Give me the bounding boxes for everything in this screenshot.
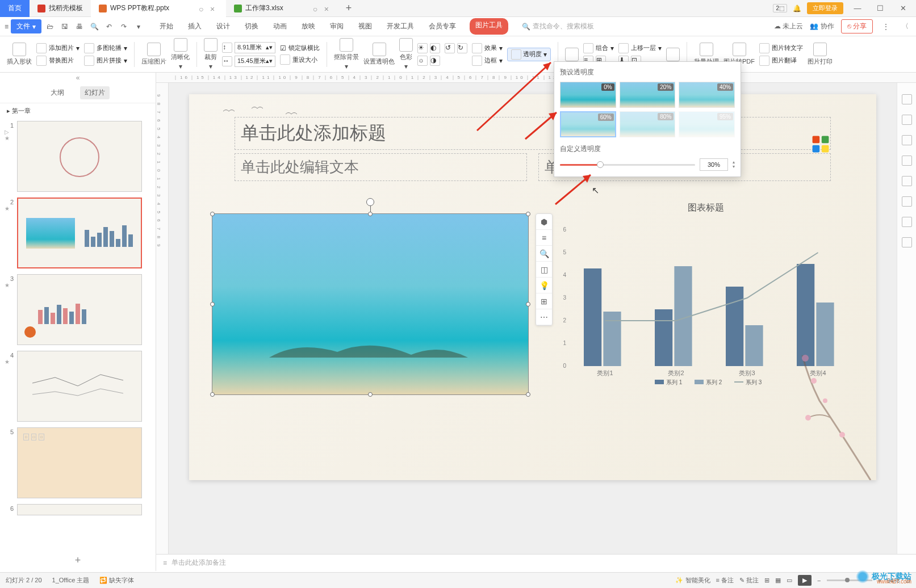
chapter-label[interactable]: ▸ 第一章 [0, 103, 156, 119]
thumb-6[interactable]: 6 [5, 504, 151, 515]
menu-icon[interactable]: ≡ [5, 23, 9, 31]
sharpen-button[interactable]: 清晰化▾ [171, 38, 190, 70]
rt-style-icon[interactable] [902, 94, 912, 104]
coop-button[interactable]: 👥 协作 [810, 22, 834, 31]
float-fill-icon[interactable]: ⬢ [536, 214, 552, 230]
reset-size-button[interactable]: 重设大小 [280, 54, 320, 65]
cloud-status[interactable]: ☁ 未上云 [774, 22, 803, 31]
resize-handle-sw[interactable] [210, 392, 215, 397]
width-input[interactable]: 15.45厘米▴▾ [235, 56, 275, 67]
view-sorter-icon[interactable]: ▦ [775, 577, 781, 584]
thumb-4[interactable]: 4★ [5, 351, 151, 422]
menu-design[interactable]: 设计 [215, 18, 231, 35]
undo-icon[interactable]: ↶ [103, 20, 115, 33]
preset-20[interactable]: 20% [620, 82, 676, 108]
pic-translate-button[interactable]: 图片翻译 [759, 56, 803, 66]
share-button[interactable]: ⎋ 分享 [841, 19, 873, 33]
minimize-button[interactable]: — [849, 4, 866, 12]
move-up-button[interactable]: 上移一层▾ [618, 43, 662, 53]
redo-icon[interactable]: ↷ [118, 20, 130, 33]
float-zoom-icon[interactable]: 🔍 [536, 246, 552, 262]
missing-font[interactable]: 🔁 缺失字体 [99, 576, 134, 585]
float-ai-icon[interactable]: ⊞ [536, 293, 552, 309]
pic-to-text-button[interactable]: 图片转文字 [759, 43, 803, 53]
rt-animation-icon[interactable] [902, 115, 912, 125]
insert-shape-button[interactable]: 插入形状 [7, 43, 32, 66]
smart-beauty-button[interactable]: ✨ 智能美化 [675, 576, 710, 585]
rt-material-icon[interactable] [902, 176, 912, 186]
contrast-icon[interactable]: ◐ [430, 43, 440, 53]
resize-handle-n[interactable] [368, 212, 373, 216]
rt-tool-icon[interactable] [902, 196, 912, 207]
add-tab-button[interactable]: + [340, 2, 358, 14]
thumb-5[interactable]: 5 □□□ [5, 427, 151, 498]
pic-print-button[interactable]: 图片打印 [808, 43, 833, 66]
close-icon[interactable]: ○ [199, 5, 207, 12]
more-icon[interactable]: ⋮ [880, 20, 892, 33]
float-layers-icon[interactable]: ≡ [536, 230, 552, 246]
thumb-2[interactable]: 2★ [5, 198, 151, 268]
transparency-value-input[interactable]: 30% [700, 158, 728, 171]
rotate-handle[interactable] [366, 198, 374, 206]
rt-settings-icon[interactable] [902, 217, 912, 227]
float-crop-icon[interactable]: ◫ [536, 262, 552, 278]
menu-start[interactable]: 开始 [158, 18, 174, 35]
tab-xlsx-file[interactable]: 工作簿3.xlsx ○ × [226, 0, 340, 17]
selection-button[interactable] [666, 48, 680, 61]
rotate-left-icon[interactable]: ↺ [445, 43, 455, 53]
close-icon[interactable]: ○ [313, 5, 321, 12]
play-button[interactable]: ▶ [798, 575, 812, 586]
selected-image[interactable] [212, 213, 529, 395]
effect-button[interactable]: 效果▾ [472, 43, 503, 53]
replace-picture-button[interactable]: 替换图片 [36, 56, 80, 66]
crop-button[interactable]: 裁剪▾ [204, 38, 218, 70]
contrast-down-icon[interactable]: ◑ [430, 56, 440, 66]
notes-toggle[interactable]: ≡ 备注 [716, 576, 734, 585]
rt-property-icon[interactable] [902, 156, 912, 166]
float-more-icon[interactable]: ⋯ [536, 309, 552, 325]
color-button[interactable]: 色彩▾ [399, 38, 413, 70]
text-placeholder-left[interactable]: 单击此处编辑文本 [235, 153, 527, 181]
rt-more-icon[interactable] [902, 237, 912, 247]
close-icon[interactable]: × [324, 5, 332, 12]
resize-handle-e[interactable] [526, 302, 530, 306]
tab-ppt-file[interactable]: WPS PPT教程.pptx ○ × [91, 0, 226, 17]
open-icon[interactable]: 🗁 [44, 20, 56, 33]
rt-transition-icon[interactable] [902, 135, 912, 145]
outline-tab[interactable]: 大纲 [46, 86, 69, 99]
close-window-button[interactable]: ✕ [894, 4, 911, 12]
multi-outline-button[interactable]: 多图轮播▾ [84, 43, 127, 53]
transparency-slider[interactable] [560, 164, 695, 166]
review-toggle[interactable]: ✎ 批注 [739, 576, 759, 585]
preview-icon[interactable]: 🔍 [88, 20, 101, 33]
menu-review[interactable]: 审阅 [329, 18, 345, 35]
picture-join-button[interactable]: 图片拼接▾ [84, 56, 127, 66]
login-button[interactable]: 立即登录 [807, 2, 843, 14]
tab-templates[interactable]: 找稻壳模板 [30, 0, 91, 17]
preset-60[interactable]: 60% [560, 111, 616, 137]
thumb-3[interactable]: 3★ [5, 274, 151, 345]
resize-handle-w[interactable] [210, 302, 215, 306]
notes-bar[interactable]: ≡ 单击此处添加备注 [156, 554, 916, 571]
preset-80[interactable]: 80% [620, 111, 676, 137]
menu-animation[interactable]: 动画 [272, 18, 288, 35]
add-slide-button[interactable]: + [0, 550, 156, 571]
remove-bg-button[interactable]: 抠除背景▾ [334, 38, 359, 70]
preset-40[interactable]: 40% [679, 82, 735, 108]
menu-picture-tools[interactable]: 图片工具 [470, 18, 508, 35]
brightness-icon[interactable]: ☀ [417, 43, 428, 53]
slides-tab[interactable]: 幻灯片 [80, 86, 110, 99]
combine-button[interactable]: 组合▾ [583, 43, 614, 53]
rotate-button[interactable] [565, 48, 579, 61]
resize-handle-nw[interactable] [210, 212, 215, 216]
view-normal-icon[interactable]: ⊞ [764, 577, 769, 584]
lock-ratio-checkbox[interactable]: ☑ 锁定纵横比 [280, 44, 320, 52]
resize-handle-se[interactable] [526, 392, 530, 397]
tab-home[interactable]: 首页 [0, 0, 30, 17]
search-box[interactable]: 🔍 查找命令、搜索模板 [522, 22, 594, 31]
view-reading-icon[interactable]: ▭ [787, 577, 792, 584]
rotate-right-icon[interactable]: ↻ [457, 43, 467, 53]
collapse-panel-icon[interactable]: « [0, 73, 156, 83]
menu-devtools[interactable]: 开发工具 [386, 18, 415, 35]
slider-thumb[interactable] [597, 161, 604, 168]
